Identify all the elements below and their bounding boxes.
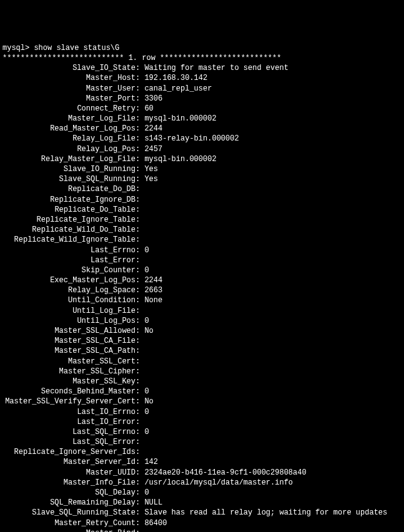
- field-colon: :: [135, 266, 144, 275]
- field-value: 0: [144, 246, 149, 255]
- field-label: Replicate_Ignore_Table: [2, 215, 135, 225]
- field-label: Until_Log_Pos: [2, 316, 135, 326]
- field-colon: :: [135, 246, 144, 255]
- field-label: Replicate_Ignore_DB: [2, 195, 135, 205]
- field-colon: :: [135, 256, 144, 265]
- field-colon: :: [135, 84, 144, 93]
- field-value: 2244: [144, 124, 162, 133]
- field-colon: :: [135, 296, 144, 305]
- status-row: Slave_SQL_Running_State: Slave has read …: [2, 508, 402, 518]
- status-row: Master_Server_Id: 142: [2, 457, 402, 467]
- field-colon: :: [135, 387, 144, 396]
- status-row: Master_Bind:: [2, 528, 402, 532]
- field-label: Last_SQL_Errno: [2, 427, 135, 437]
- status-row: Master_SSL_Allowed: No: [2, 326, 402, 336]
- status-row: Replicate_Wild_Do_Table:: [2, 225, 402, 235]
- status-fields: Slave_IO_State: Waiting for master to se…: [2, 63, 402, 532]
- status-row: Last_SQL_Errno: 0: [2, 427, 402, 437]
- row-separator: *************************** 1. row *****…: [2, 54, 281, 62]
- field-value: 0: [144, 387, 149, 396]
- field-label: Master_Server_Id: [2, 457, 135, 467]
- field-colon: :: [135, 367, 144, 376]
- field-colon: :: [135, 225, 144, 234]
- field-colon: :: [135, 175, 144, 184]
- field-label: Relay_Log_Space: [2, 285, 135, 295]
- status-row: SQL_Delay: 0: [2, 488, 402, 498]
- field-value: None: [144, 296, 162, 305]
- field-label: Connect_Retry: [2, 104, 135, 114]
- field-label: Replicate_Do_DB: [2, 184, 135, 194]
- field-colon: :: [135, 307, 144, 315]
- field-value: mysql-bin.000002: [144, 114, 216, 123]
- field-colon: :: [135, 317, 144, 325]
- field-label: Read_Master_Log_Pos: [2, 124, 135, 134]
- status-row: Master_Host: 192.168.30.142: [2, 73, 402, 83]
- status-row: Relay_Log_Space: 2663: [2, 285, 402, 295]
- status-row: Relay_Log_File: s143-relay-bin.000002: [2, 134, 402, 144]
- field-label: Until_Log_File: [2, 306, 135, 316]
- field-colon: :: [135, 195, 144, 204]
- field-label: SQL_Remaining_Delay: [2, 498, 135, 508]
- field-value: Yes: [144, 165, 158, 174]
- status-row: Slave_SQL_Running: Yes: [2, 174, 402, 184]
- field-colon: :: [135, 478, 144, 487]
- field-value: 0: [144, 408, 149, 416]
- field-label: Replicate_Ignore_Server_Ids: [2, 447, 135, 457]
- field-colon: :: [135, 347, 144, 355]
- field-value: No: [144, 397, 153, 406]
- field-label: Master_Bind: [2, 528, 135, 532]
- field-colon: :: [135, 114, 144, 123]
- field-colon: :: [135, 74, 144, 82]
- field-label: Last_IO_Error: [2, 417, 135, 427]
- status-row: Last_Errno: 0: [2, 245, 402, 255]
- status-row: Last_Error:: [2, 255, 402, 265]
- field-value: 0: [144, 317, 149, 325]
- field-label: Last_Errno: [2, 245, 135, 255]
- field-label: Master_SSL_Verify_Server_Cert: [2, 397, 135, 406]
- field-colon: :: [135, 235, 144, 244]
- field-label: Last_Error: [2, 255, 135, 265]
- field-value: 2244: [144, 276, 162, 285]
- field-label: Relay_Master_Log_File: [2, 154, 135, 164]
- field-label: Master_SSL_CA_Path: [2, 346, 135, 356]
- status-row: Until_Condition: None: [2, 295, 402, 305]
- field-label: Master_SSL_Allowed: [2, 326, 135, 336]
- field-colon: :: [135, 185, 144, 194]
- field-label: Master_Info_File: [2, 478, 135, 488]
- field-label: Master_SSL_Cipher: [2, 367, 135, 377]
- field-colon: :: [135, 357, 144, 366]
- status-row: Master_User: canal_repl_user: [2, 84, 402, 94]
- field-colon: :: [135, 124, 144, 133]
- field-value: 86400: [144, 519, 167, 528]
- status-row: Connect_Retry: 60: [2, 104, 402, 114]
- field-value: 3306: [144, 94, 162, 103]
- field-colon: :: [135, 438, 144, 446]
- field-value: 2663: [144, 286, 162, 295]
- status-row: Replicate_Do_Table:: [2, 205, 402, 215]
- field-label: Relay_Log_Pos: [2, 144, 135, 154]
- status-row: Master_SSL_Cert:: [2, 357, 402, 367]
- status-row: Replicate_Wild_Ignore_Table:: [2, 235, 402, 245]
- field-colon: :: [135, 418, 144, 426]
- field-label: Master_SSL_CA_File: [2, 336, 135, 346]
- field-value: Waiting for master to send event: [144, 64, 288, 72]
- status-row: Master_Info_File: /usr/local/mysql/data/…: [2, 478, 402, 488]
- status-row: Master_SSL_CA_Path:: [2, 346, 402, 356]
- field-colon: :: [135, 377, 144, 386]
- field-colon: :: [135, 134, 144, 143]
- field-label: Master_User: [2, 84, 135, 94]
- field-label: Replicate_Wild_Ignore_Table: [2, 235, 135, 245]
- field-label: Slave_IO_Running: [2, 164, 135, 174]
- field-value: 0: [144, 266, 149, 275]
- status-row: Replicate_Ignore_DB:: [2, 195, 402, 205]
- terminal-output: mysql> show slave status\G *************…: [2, 43, 402, 532]
- field-colon: :: [135, 327, 144, 335]
- field-label: Master_Log_File: [2, 114, 135, 124]
- field-label: Slave_SQL_Running_State: [2, 508, 135, 518]
- field-label: Until_Condition: [2, 295, 135, 305]
- status-row: Replicate_Do_DB:: [2, 184, 402, 194]
- field-label: Relay_Log_File: [2, 134, 135, 144]
- field-label: Replicate_Do_Table: [2, 205, 135, 215]
- field-value: 2457: [144, 145, 162, 154]
- field-colon: :: [135, 498, 144, 507]
